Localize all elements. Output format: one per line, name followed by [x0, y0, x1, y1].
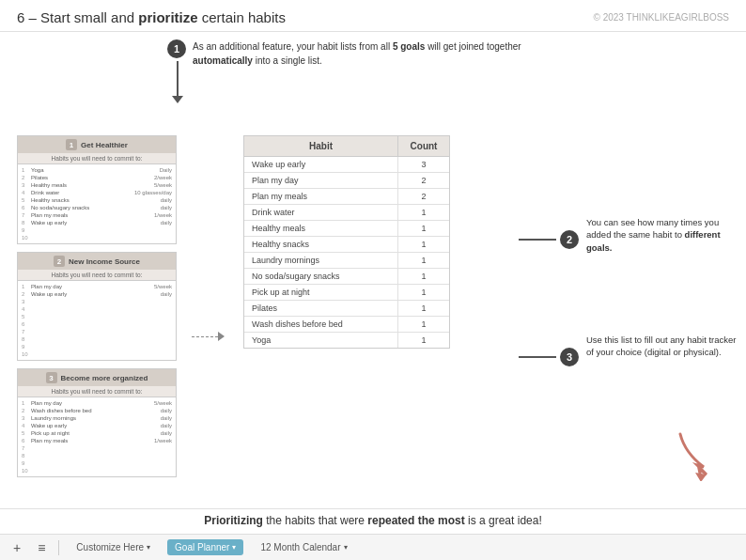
callout-3: Use this list to fill out any habit trac…: [586, 334, 737, 359]
customize-tab[interactable]: Customize Here ▾: [69, 539, 158, 555]
dashed-arrow: [192, 192, 225, 481]
goal-card-1-header: 1 Get Healthier: [18, 136, 176, 153]
callout-2: You can see how many times you added the…: [586, 216, 737, 254]
footer-bar: + ≡ Customize Here ▾ Goal Planner ▾ 12 M…: [0, 534, 746, 560]
sheet-menu-button[interactable]: ≡: [34, 538, 49, 557]
habit-table: Habit Count Wake up early3 Plan my day2 …: [243, 135, 450, 349]
table-row: No soda/sugary snacks1: [244, 269, 449, 285]
goal-3-row: 2Wash dishes before beddaily: [22, 407, 172, 414]
table-row: Plan my meals2: [244, 189, 449, 205]
goal-2-row: 8: [22, 335, 172, 343]
table-row: Yoga1: [244, 333, 449, 348]
goal-2-row: 2Wake up earlydaily: [22, 290, 172, 298]
goal-3-row: 4Wake up earlydaily: [22, 422, 172, 429]
table-row: Pick up at night1: [244, 285, 449, 301]
goal-3-row: 6Plan my meals1/week: [22, 437, 172, 444]
arrow-down-line: [177, 61, 179, 99]
goal-card-2: 2 New Income Source Habits you will need…: [17, 252, 177, 361]
goal-3-row: 10: [22, 467, 172, 474]
customize-chevron: ▾: [147, 543, 150, 552]
table-row: Laundry mornings1: [244, 253, 449, 269]
goal-1-subtitle: Habits you will need to commit to:: [18, 153, 176, 164]
goal-1-row: 8Wake up earlydaily: [22, 219, 172, 226]
goal-3-row: 7: [22, 444, 172, 452]
goal-3-row: 3Laundry morningsdaily: [22, 414, 172, 422]
pink-arrow: [671, 429, 727, 485]
goal-3-rows: 1Plan my day5/week 2Wash dishes before b…: [18, 397, 176, 476]
top-description: As an additional feature, your habit lis…: [193, 39, 558, 68]
month-calendar-tab[interactable]: 12 Month Calendar ▾: [253, 539, 354, 555]
calendar-chevron: ▾: [344, 543, 348, 552]
goal-3-row: 5Pick up at nightdaily: [22, 429, 172, 437]
goal-3-subtitle: Habits you will need to commit to:: [18, 386, 176, 397]
goal-2-rows: 1Plan my day5/week 2Wake up earlydaily 3…: [18, 281, 176, 360]
goal-1-row: 6No soda/sugary snacksdaily: [22, 204, 172, 211]
goals-panel: 1 Get Healthier Habits you will need to …: [17, 135, 177, 481]
goal-2-row: 10: [22, 350, 172, 358]
table-row: Healthy snacks1: [244, 237, 449, 253]
goal-card-3-header: 3 Become more organized: [18, 369, 176, 386]
goal-planner-tab[interactable]: Goal Planner ▾: [167, 539, 243, 555]
table-header: Habit Count: [244, 136, 449, 157]
main-content: 1 Get Healthier Habits you will need to …: [0, 32, 746, 492]
arrow-down-head: [172, 96, 183, 103]
page-header: 6 – Start small and prioritize certain h…: [0, 0, 746, 32]
goal-2-row: 1Plan my day5/week: [22, 283, 172, 290]
annotation-circle-1: 1: [167, 39, 186, 58]
page-title: 6 – Start small and prioritize certain h…: [17, 9, 286, 25]
goal-3-row: 8: [22, 452, 172, 459]
goal-card-2-header: 2 New Income Source: [18, 253, 176, 270]
bottom-text: Prioritizing the habits that were repeat…: [0, 508, 746, 532]
goal-2-row: 9: [22, 343, 172, 350]
goal-2-row: 5: [22, 313, 172, 320]
table-row: Healthy meals1: [244, 221, 449, 237]
goal-2-row: 6: [22, 320, 172, 328]
goal-1-row: 7Plan my meals1/week: [22, 211, 172, 219]
goal-1-rows: 1YogaDaily 2Pilates2/week 3Healthy meals…: [18, 164, 176, 243]
table-row: Drink water1: [244, 205, 449, 221]
goal-2-row: 3: [22, 298, 172, 305]
table-row: Wash dishes before bed1: [244, 317, 449, 333]
goal-1-row: 5Healthy snacksdaily: [22, 196, 172, 204]
goal-1-row: 10: [22, 234, 172, 241]
goal-1-row: 3Healthy meals5/week: [22, 181, 172, 189]
table-col-habit: Habit: [244, 136, 397, 156]
goal-1-row: 4Drink water10 glasses/day: [22, 189, 172, 196]
footer-separator: [58, 540, 59, 555]
table-row: Pilates1: [244, 301, 449, 317]
goal-1-row: 9: [22, 226, 172, 234]
annotation-circle-3: 3: [519, 348, 579, 366]
goal-card-3: 3 Become more organized Habits you will …: [17, 368, 177, 477]
table-row: Plan my day2: [244, 173, 449, 189]
table-row: Wake up early3: [244, 157, 449, 173]
add-sheet-button[interactable]: +: [9, 538, 24, 557]
goal-card-1: 1 Get Healthier Habits you will need to …: [17, 135, 177, 244]
goal-1-row: 2Pilates2/week: [22, 174, 172, 181]
table-col-count: Count: [397, 136, 449, 156]
annotation-circle-2: 2: [519, 230, 579, 249]
goal-3-row: 1Plan my day5/week: [22, 399, 172, 407]
goal-2-row: 7: [22, 328, 172, 335]
goal-3-row: 9: [22, 459, 172, 467]
goal-2-subtitle: Habits you will need to commit to:: [18, 270, 176, 281]
goal-2-row: 4: [22, 305, 172, 313]
table-section: Habit Count Wake up early3 Plan my day2 …: [243, 135, 450, 481]
goal-planner-chevron: ▾: [232, 543, 236, 552]
goal-1-row: 1YogaDaily: [22, 166, 172, 174]
copyright-text: © 2023 THINKLIKEAGIRLBOSS: [594, 12, 729, 23]
